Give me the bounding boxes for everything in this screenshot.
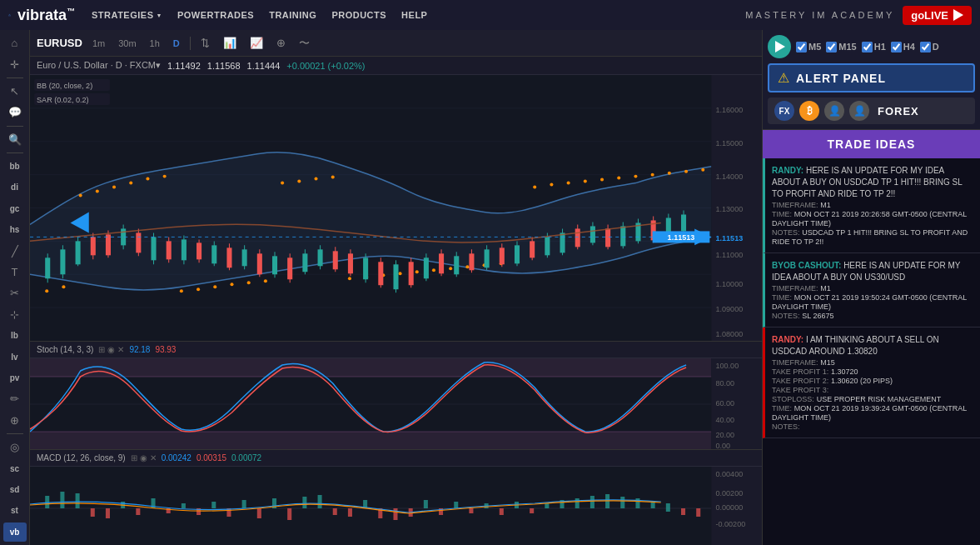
svg-point-49 bbox=[684, 170, 688, 173]
sidebar-line-icon[interactable]: ╱ bbox=[3, 241, 27, 260]
stoch-eye[interactable]: ◉ bbox=[107, 345, 115, 354]
trade-notes-label-1: NOTES: bbox=[772, 228, 800, 237]
sidebar-divider-1 bbox=[7, 78, 23, 78]
trade-tf-val-2: M1 bbox=[820, 284, 831, 292]
tf-d[interactable]: D bbox=[170, 38, 183, 49]
macd-val3: 0.00072 bbox=[231, 453, 261, 462]
trade-time-label-2: TIME: bbox=[772, 293, 792, 302]
svg-rect-199 bbox=[469, 508, 473, 513]
svg-rect-211 bbox=[651, 502, 655, 508]
macd-val2: 0.00315 bbox=[196, 453, 226, 462]
sidebar-bb-icon[interactable]: bb bbox=[3, 157, 27, 176]
sidebar-pencil-icon[interactable]: ✏ bbox=[3, 389, 27, 408]
tf-d-input[interactable] bbox=[920, 42, 931, 52]
tf-m15-input[interactable] bbox=[826, 42, 837, 52]
sidebar-search-icon[interactable]: 🔍 bbox=[3, 129, 27, 148]
sidebar-gc-icon[interactable]: gc bbox=[3, 198, 27, 218]
timeframe-row: M5 M15 H1 H4 D bbox=[768, 35, 975, 58]
symbol-label: EURUSD bbox=[37, 37, 82, 49]
person-icon-2: 👤 bbox=[849, 101, 869, 121]
tf-h1-checkbox[interactable]: H1 bbox=[862, 42, 886, 52]
trade-tf-val-1: M1 bbox=[820, 201, 831, 209]
nav-training[interactable]: TRAINING bbox=[269, 10, 316, 20]
svg-point-36 bbox=[465, 265, 469, 268]
mastery-logo: MASTERY IM ACADEMY bbox=[745, 10, 894, 20]
macd-panel: MACD (12, 26, close, 9) ⊞ ◉ ✕ 0.00242 0.… bbox=[30, 449, 762, 545]
sidebar-cursor-icon[interactable]: ↖ bbox=[3, 82, 27, 101]
play-triangle-icon bbox=[775, 41, 785, 52]
sidebar-chat-icon[interactable]: 💬 bbox=[3, 102, 27, 122]
tf-1m[interactable]: 1m bbox=[89, 38, 108, 49]
tf-m15-checkbox[interactable]: M15 bbox=[826, 42, 856, 52]
svg-text:1.15000: 1.15000 bbox=[715, 139, 743, 148]
person-icon-1: 👤 bbox=[824, 101, 844, 121]
sidebar-sc-icon[interactable]: sc bbox=[3, 458, 27, 478]
sidebar-di-icon[interactable]: di bbox=[3, 178, 27, 197]
svg-point-25 bbox=[281, 182, 284, 185]
svg-point-33 bbox=[415, 270, 419, 273]
nav-products[interactable]: PRODUCTS bbox=[331, 10, 386, 20]
alert-icon[interactable]: 〜 bbox=[296, 34, 313, 52]
sidebar-sd-icon[interactable]: sd bbox=[3, 480, 27, 499]
sidebar-text-icon[interactable]: T bbox=[3, 262, 27, 282]
sidebar-lb-icon[interactable]: lb bbox=[3, 326, 27, 345]
sidebar-hs-icon[interactable]: hs bbox=[3, 220, 27, 239]
sidebar-home-icon[interactable]: ⌂ bbox=[3, 33, 27, 52]
sidebar-eye-icon[interactable]: ◎ bbox=[3, 438, 27, 457]
svg-text:1.14000: 1.14000 bbox=[715, 172, 743, 181]
macd-close[interactable]: ✕ bbox=[150, 453, 157, 462]
main-chart-svg: 1.11513 SAR (0.02, 0.2) BB (20, close, 2… bbox=[30, 75, 762, 341]
svg-point-34 bbox=[432, 268, 435, 272]
svg-point-13 bbox=[79, 194, 82, 198]
main-area: ⌂ ✛ ↖ 💬 🔍 bb di gc hs ╱ T ✂ ⊹ lb lv pv ✏… bbox=[0, 30, 980, 545]
macd-eye[interactable]: ◉ bbox=[140, 453, 147, 462]
tf-h4-input[interactable] bbox=[891, 42, 902, 52]
tf-m5-input[interactable] bbox=[796, 42, 807, 52]
stoch-close[interactable]: ✕ bbox=[117, 345, 124, 354]
sidebar-ruler-icon[interactable]: ⊹ bbox=[3, 305, 27, 324]
tf-h4-checkbox[interactable]: H4 bbox=[891, 42, 915, 52]
sidebar-st-icon[interactable]: st bbox=[3, 501, 27, 520]
tf-h1-input[interactable] bbox=[862, 42, 873, 52]
sidebar-tools-icon[interactable]: ✂ bbox=[3, 283, 27, 302]
svg-rect-158 bbox=[30, 432, 711, 450]
sidebar-crosshair-icon[interactable]: ✛ bbox=[3, 54, 27, 73]
sidebar-pv-icon[interactable]: pv bbox=[3, 368, 27, 388]
price-open: 1.11492 bbox=[167, 61, 201, 71]
trade-idea-3-notes: NOTES: bbox=[772, 422, 973, 431]
chart-type-icon[interactable]: 📈 bbox=[246, 35, 266, 51]
svg-point-50 bbox=[701, 168, 704, 172]
tf-1h[interactable]: 1h bbox=[147, 38, 163, 49]
svg-point-16 bbox=[129, 182, 132, 185]
svg-rect-191 bbox=[348, 508, 352, 517]
add-indicator-icon[interactable]: ⊕ bbox=[273, 35, 289, 51]
trade-tp3-label-3: TAKE PROFIT 3: bbox=[772, 386, 828, 394]
indicator-icon[interactable]: 📊 bbox=[220, 35, 240, 51]
trade-time-label-3: TIME: bbox=[772, 404, 792, 412]
compare-icon[interactable]: ⇅ bbox=[197, 35, 213, 51]
nav-powertrades[interactable]: POWERTRADES bbox=[177, 10, 254, 20]
alert-panel-button[interactable]: ⚠ ALERT PANEL bbox=[768, 63, 975, 92]
price-change: +0.00021 (+0.02%) bbox=[286, 61, 365, 71]
tf-m5-checkbox[interactable]: M5 bbox=[796, 42, 821, 52]
nav-strategies[interactable]: STRATEGIES bbox=[92, 10, 162, 20]
sidebar-magnify-icon[interactable]: ⊕ bbox=[3, 411, 27, 430]
tf-30m[interactable]: 30m bbox=[115, 38, 139, 49]
stoch-svg: 100.00 80.00 60.00 40.00 20.00 0.00 bbox=[30, 358, 762, 450]
sidebar-vb-icon[interactable]: vb bbox=[3, 522, 27, 542]
trade-idea-2-tf: TIMEFRAME: M1 bbox=[772, 283, 973, 292]
svg-text:20.00: 20.00 bbox=[715, 431, 734, 439]
macd-settings[interactable]: ⊞ bbox=[131, 453, 137, 462]
nav-help[interactable]: HELP bbox=[401, 10, 427, 20]
svg-rect-213 bbox=[681, 508, 685, 515]
stoch-settings[interactable]: ⊞ bbox=[98, 345, 105, 354]
trade-ideas-body[interactable]: RANDY: HERE IS AN UPDATE FOR MY IDEA ABO… bbox=[763, 158, 980, 545]
svg-rect-206 bbox=[575, 498, 580, 508]
tf-d-checkbox[interactable]: D bbox=[920, 42, 939, 52]
macd-controls: ⊞ ◉ ✕ bbox=[131, 453, 157, 462]
play-button[interactable] bbox=[768, 35, 791, 58]
fx-icon: FX bbox=[774, 101, 794, 121]
sidebar-lv-icon[interactable]: lv bbox=[3, 347, 27, 366]
golive-button[interactable]: goLIVE bbox=[903, 6, 972, 25]
trade-idea-3-time: TIME: MON OCT 21 2019 19:39:24 GMT-0500 … bbox=[772, 403, 973, 422]
